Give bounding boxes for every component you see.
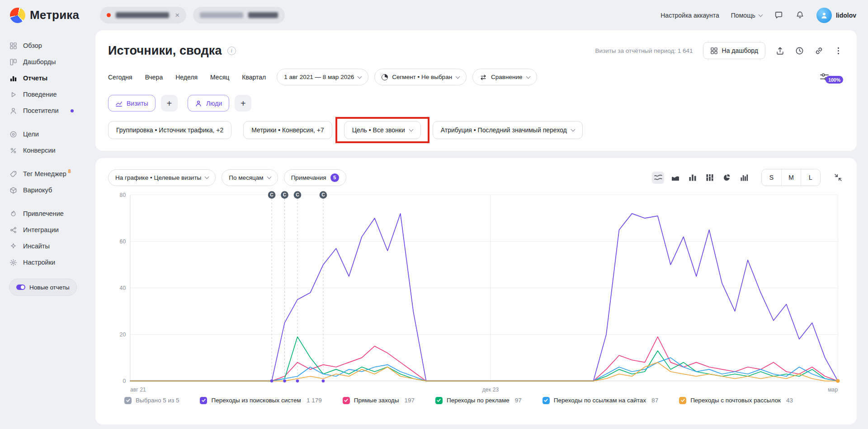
graph-metric-picker[interactable]: На графике • Целевые визиты xyxy=(108,169,216,186)
link-icon[interactable] xyxy=(814,46,824,56)
segment-picker[interactable]: Сегмент • Не выбран xyxy=(374,69,467,85)
period-tab-3[interactable]: Месяц xyxy=(210,74,229,81)
bar-chart-icon[interactable] xyxy=(686,172,698,184)
traffic-chart[interactable]: 020406080авг 21дек 23марCCCC xyxy=(108,188,844,396)
overview-icon xyxy=(9,42,18,50)
sidebar-item-acquisition[interactable]: Привлечение xyxy=(9,205,90,222)
sampling-button[interactable]: 100% xyxy=(819,72,830,82)
chevron-down-icon xyxy=(526,74,530,79)
sidebar-item-label: Посетители xyxy=(23,107,59,114)
legend-item-2[interactable]: Переходы по рекламе97 xyxy=(435,397,522,404)
info-icon[interactable]: i xyxy=(227,47,236,55)
sidebar-item-variocube[interactable]: Вариокуб xyxy=(9,182,90,198)
sidebar-item-label: Настройки xyxy=(23,259,55,266)
export-icon[interactable] xyxy=(775,46,785,56)
counter-info[interactable] xyxy=(193,7,285,23)
sidebar-item-integrations[interactable]: Интеграции xyxy=(9,222,90,238)
sidebar-item-goals[interactable]: Цели xyxy=(9,126,90,142)
legend-value: 97 xyxy=(515,397,522,404)
period-tab-2[interactable]: Неделя xyxy=(175,74,198,81)
tag-manager-icon xyxy=(9,170,18,178)
period-tab-1[interactable]: Вчера xyxy=(145,74,163,81)
compare-icon xyxy=(480,74,487,81)
svg-text:40: 40 xyxy=(120,285,126,291)
new-reports-label: Новые отчеты xyxy=(29,284,70,291)
stacked-bar-chart-icon[interactable] xyxy=(703,172,716,184)
legend-item-4[interactable]: Переходы с почтовых рассылок43 xyxy=(679,397,793,404)
visits-metric-button[interactable]: Визиты xyxy=(108,95,156,112)
account-settings-link[interactable]: Настройка аккаунта xyxy=(660,12,719,19)
legend-checkbox[interactable] xyxy=(679,397,686,404)
svg-text:мар: мар xyxy=(828,387,838,393)
period-tab-0[interactable]: Сегодня xyxy=(108,74,132,81)
filter-label: Атрибуция • Последний значимый переход xyxy=(441,126,567,134)
people-metric-button[interactable]: Люди xyxy=(188,95,229,112)
sidebar-item-overview[interactable]: Обзор xyxy=(9,37,90,54)
period-tab-4[interactable]: Квартал xyxy=(242,74,266,81)
filter-pill-3[interactable]: Атрибуция • Последний значимый переход xyxy=(433,121,583,139)
chart-card: На графике • Целевые визиты По месяцам П… xyxy=(95,158,857,424)
filter-label: Метрики • Конверсия, +7 xyxy=(251,126,324,134)
legend-checkbox[interactable] xyxy=(200,397,207,404)
granularity-picker[interactable]: По месяцам xyxy=(222,169,278,186)
sidebar-item-tag-manager[interactable]: Тег Менеджер8 xyxy=(9,166,90,182)
app-root: Метрика × Настройка аккаунта Помощь xyxy=(0,0,868,429)
redacted-counter-label xyxy=(200,12,243,18)
chevron-down-icon xyxy=(409,127,413,132)
size-L-button[interactable]: L xyxy=(801,169,820,186)
master-checkbox-icon[interactable] xyxy=(124,397,132,404)
sidebar-item-insights[interactable]: Инсайты xyxy=(9,238,90,254)
date-range-picker[interactable]: 1 авг 2021 — 8 мар 2026 xyxy=(277,69,368,85)
size-M-button[interactable]: M xyxy=(781,169,801,186)
sidebar-item-behavior[interactable]: Поведение xyxy=(9,86,90,103)
add-metric-button[interactable]: + xyxy=(161,95,178,112)
pie-chart-icon[interactable] xyxy=(721,172,733,184)
user-menu[interactable]: lidolov xyxy=(816,8,856,23)
close-icon[interactable]: × xyxy=(175,11,179,19)
filter-pill-1[interactable]: Метрики • Конверсия, +7 xyxy=(243,121,332,139)
counter-selector[interactable]: × xyxy=(100,7,186,23)
filter-pill-2[interactable]: Цель • Все звонки xyxy=(344,121,421,139)
brand[interactable]: Метрика xyxy=(10,8,79,23)
visits-metric-label: Визиты xyxy=(127,100,148,107)
to-dashboard-button[interactable]: На дашборд xyxy=(703,42,765,59)
sidebar-item-visitors[interactable]: Посетители xyxy=(9,103,90,119)
line-chart-icon[interactable] xyxy=(652,172,664,184)
legend-checkbox[interactable] xyxy=(435,397,443,404)
legend-item-1[interactable]: Прямые заходы197 xyxy=(343,397,415,404)
compare-picker[interactable]: Сравнение xyxy=(472,69,537,85)
legend-item-3[interactable]: Переходы по ссылкам на сайтах87 xyxy=(542,397,658,404)
legend-checkbox[interactable] xyxy=(343,397,350,404)
variocube-icon xyxy=(9,187,18,194)
page-title: Источники, сводка xyxy=(108,44,222,58)
help-menu[interactable]: Помощь xyxy=(731,12,762,19)
legend-master-checkbox[interactable]: Выбрано 5 из 5 xyxy=(124,397,179,404)
notes-label: Примечания xyxy=(291,174,326,181)
collapse-chart-icon[interactable] xyxy=(832,172,844,184)
svg-text:C: C xyxy=(283,192,287,197)
sidebar-item-dashboards[interactable]: Дашборды xyxy=(9,54,90,70)
chat-icon[interactable] xyxy=(774,10,783,20)
new-reports-button[interactable]: Новые отчеты xyxy=(9,279,77,296)
history-icon[interactable] xyxy=(795,46,804,56)
to-dashboard-label: На дашборд xyxy=(722,47,758,54)
notifications-bell-icon[interactable] xyxy=(795,10,805,20)
svg-text:80: 80 xyxy=(120,192,126,198)
more-menu-icon[interactable] xyxy=(834,46,843,56)
filter-pill-0[interactable]: Группировка • Источник трафика, +2 xyxy=(108,121,231,139)
add-people-button[interactable]: + xyxy=(235,95,251,112)
size-S-button[interactable]: S xyxy=(762,169,781,186)
insights-icon xyxy=(9,242,18,250)
svg-text:C: C xyxy=(296,192,299,197)
legend-checkbox[interactable] xyxy=(542,397,550,404)
sidebar-item-conversions[interactable]: Конверсии xyxy=(9,142,90,159)
sidebar-item-reports[interactable]: Отчеты xyxy=(9,70,90,86)
legend-item-0[interactable]: Переходы из поисковых систем1 179 xyxy=(200,397,321,404)
column-chart-icon[interactable] xyxy=(738,172,750,184)
notes-button[interactable]: Примечания 5 xyxy=(284,169,346,186)
title-actions: Визиты за отчётный период: 1 641 На дашб… xyxy=(595,42,843,59)
area-chart-icon[interactable] xyxy=(669,172,681,184)
chevron-down-icon xyxy=(571,127,575,132)
sidebar-item-settings[interactable]: Настройки xyxy=(9,254,90,270)
sidebar-item-label: Инсайты xyxy=(23,242,50,250)
